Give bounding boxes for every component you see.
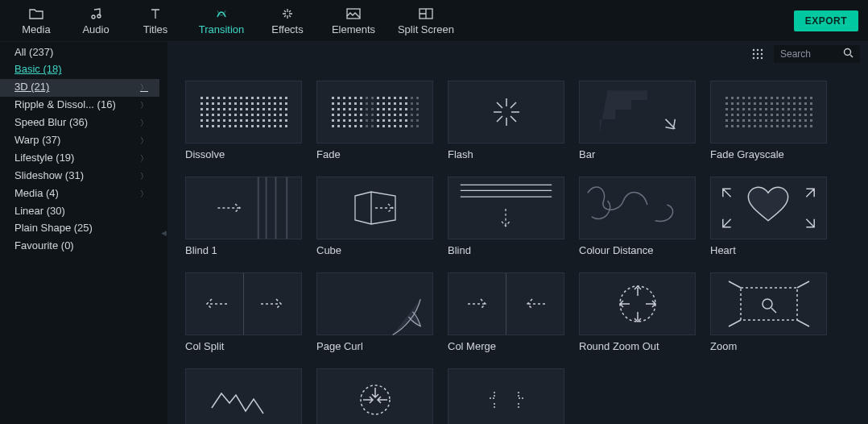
- thumb-preview: [316, 272, 433, 335]
- sidebar-item-favourite[interactable]: Favourite (0): [0, 238, 159, 256]
- sidebar-item-label: Favourite (0): [14, 239, 74, 253]
- main-panel: Dissolve Fade Flash Bar: [167, 42, 868, 424]
- music-note-icon: [89, 6, 102, 21]
- svg-point-0: [92, 15, 95, 19]
- sidebar-item-lifestyle[interactable]: Lifestyle (19)〉: [0, 149, 159, 167]
- thumb-col-merge[interactable]: Col Merge: [448, 272, 564, 352]
- thumb-col-split[interactable]: Col Split: [185, 272, 302, 352]
- nav-media[interactable]: Media: [6, 0, 66, 42]
- split-screen-icon: [419, 6, 433, 21]
- thumb-preview: [710, 81, 827, 143]
- svg-point-5: [757, 49, 758, 51]
- nav-audio[interactable]: Audio: [66, 0, 126, 42]
- thumb-blind-1[interactable]: Blind 1: [185, 177, 302, 256]
- sidebar-item-ripple-dissolve[interactable]: Ripple & Dissol... (16)〉: [0, 97, 159, 114]
- sidebar-item-basic[interactable]: Basic (18): [0, 61, 159, 79]
- thumb-preview: [316, 177, 433, 239]
- image-icon: [346, 6, 361, 21]
- chevron-right-icon: 〉: [140, 189, 148, 199]
- thumb-item[interactable]: [316, 368, 433, 424]
- thumb-zoom[interactable]: Zoom: [710, 272, 827, 352]
- thumb-page-curl[interactable]: Page Curl: [316, 272, 433, 352]
- search-input[interactable]: [780, 48, 835, 60]
- thumb-preview: [448, 81, 564, 143]
- thumb-item[interactable]: [185, 368, 302, 424]
- thumb-round-zoom-out[interactable]: Round Zoom Out: [579, 272, 696, 352]
- svg-rect-22: [741, 288, 797, 320]
- category-sidebar: All (237) Basic (18) 3D (21)〉 Ripple & D…: [0, 42, 159, 424]
- grid-view-button[interactable]: [750, 46, 766, 62]
- svg-point-12: [761, 57, 763, 59]
- transition-grid: Dissolve Fade Flash Bar: [167, 66, 868, 424]
- sidebar-item-label: Media (4): [14, 187, 59, 201]
- sidebar-item-label: Speed Blur (36): [14, 116, 88, 130]
- thumb-label: Round Zoom Out: [579, 340, 696, 352]
- chevron-right-icon: 〉: [140, 171, 148, 181]
- thumb-label: Blind 1: [185, 244, 302, 256]
- nav-effects[interactable]: Effects: [258, 0, 317, 42]
- nav-transition[interactable]: Transition: [185, 0, 258, 42]
- nav-audio-label: Audio: [82, 23, 109, 35]
- thumb-preview: [185, 368, 302, 424]
- thumb-preview: [316, 368, 433, 424]
- thumb-preview: [710, 272, 827, 335]
- thumb-dissolve[interactable]: Dissolve: [185, 81, 302, 160]
- thumb-cube[interactable]: Cube: [316, 177, 433, 256]
- thumb-bar[interactable]: Bar: [579, 81, 696, 160]
- sidebar-item-all[interactable]: All (237): [0, 44, 159, 61]
- thumb-heart[interactable]: Heart: [710, 177, 827, 256]
- sidebar-item-label: Warp (37): [14, 134, 60, 148]
- search-wrap: [774, 45, 860, 63]
- sidebar-item-plain-shape[interactable]: Plain Shape (25): [0, 220, 159, 238]
- nav-split-screen-label: Split Screen: [398, 23, 454, 35]
- chevron-right-icon: 〉: [140, 100, 148, 110]
- nav-titles-label: Titles: [143, 23, 168, 35]
- panel-resize-handle[interactable]: ◀: [159, 42, 167, 424]
- thumb-colour-distance[interactable]: Colour Distance: [579, 177, 696, 256]
- sidebar-item-label: Basic (18): [14, 63, 62, 77]
- svg-rect-14: [258, 177, 259, 239]
- thumb-preview: [185, 272, 302, 335]
- folder-icon: [29, 6, 43, 21]
- thumb-label: Cube: [316, 244, 433, 256]
- thumb-item[interactable]: [448, 368, 564, 424]
- thumb-preview: [579, 272, 696, 335]
- transition-icon: [215, 6, 228, 21]
- sidebar-item-slideshow[interactable]: Slideshow (31)〉: [0, 167, 159, 185]
- top-nav: Media Audio Titles Transition Effects El…: [0, 0, 868, 42]
- thumb-label: Page Curl: [316, 340, 433, 352]
- sidebar-item-linear[interactable]: Linear (30): [0, 202, 159, 220]
- thumb-label: Flash: [448, 148, 564, 160]
- sidebar-item-3d[interactable]: 3D (21)〉: [0, 79, 159, 97]
- thumb-label: Fade: [316, 148, 433, 160]
- svg-rect-16: [275, 177, 276, 239]
- svg-rect-15: [266, 177, 267, 239]
- thumb-preview: [710, 177, 827, 239]
- nav-elements[interactable]: Elements: [317, 0, 390, 42]
- nav-split-screen[interactable]: Split Screen: [390, 0, 462, 42]
- export-button[interactable]: EXPORT: [794, 10, 858, 31]
- thumb-preview: [448, 272, 564, 335]
- svg-point-4: [753, 49, 754, 51]
- thumb-blind[interactable]: Blind: [448, 177, 564, 256]
- svg-point-6: [761, 49, 763, 51]
- sidebar-item-speed-blur[interactable]: Speed Blur (36)〉: [0, 114, 159, 132]
- thumb-fade-grayscale[interactable]: Fade Grayscale: [710, 81, 827, 160]
- thumb-flash[interactable]: Flash: [448, 81, 564, 160]
- thumb-label: Zoom: [710, 340, 827, 352]
- svg-point-11: [757, 57, 758, 59]
- thumb-label: Colour Distance: [579, 244, 696, 256]
- sidebar-item-label: Lifestyle (19): [14, 152, 74, 165]
- chevron-right-icon: 〉: [140, 118, 148, 128]
- nav-titles[interactable]: Titles: [126, 0, 185, 42]
- svg-point-9: [761, 53, 763, 55]
- search-icon: [843, 48, 854, 60]
- sidebar-item-warp[interactable]: Warp (37)〉: [0, 131, 159, 149]
- svg-rect-17: [286, 177, 287, 239]
- nav-effects-label: Effects: [271, 23, 304, 35]
- thumb-label: Heart: [710, 244, 827, 256]
- sparkle-icon: [281, 6, 294, 21]
- thumb-fade[interactable]: Fade: [316, 81, 433, 160]
- svg-point-8: [757, 53, 758, 55]
- sidebar-item-media[interactable]: Media (4)〉: [0, 185, 159, 202]
